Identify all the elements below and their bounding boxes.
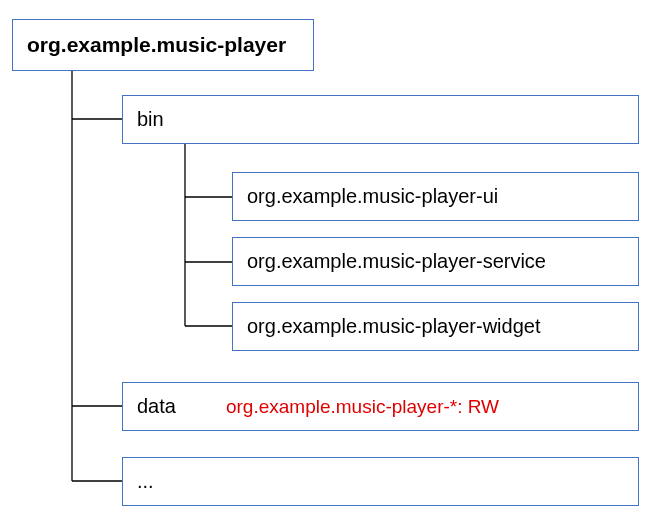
tree-node-data-rule: org.example.music-player-*: RW <box>226 396 499 418</box>
tree-root-label: org.example.music-player <box>27 33 286 57</box>
tree-leaf-label: org.example.music-player-widget <box>247 315 540 338</box>
tree-leaf: org.example.music-player-service <box>232 237 639 286</box>
tree-node-more: ... <box>122 457 639 506</box>
tree-root: org.example.music-player <box>12 19 314 71</box>
tree-leaf-label: org.example.music-player-service <box>247 250 546 273</box>
tree-leaf: org.example.music-player-widget <box>232 302 639 351</box>
tree-node-bin-label: bin <box>137 108 164 131</box>
tree-node-data-label: data <box>137 395 176 418</box>
tree-node-bin: bin <box>122 95 639 144</box>
tree-leaf-label: org.example.music-player-ui <box>247 185 498 208</box>
tree-node-data: data org.example.music-player-*: RW <box>122 382 639 431</box>
tree-node-more-label: ... <box>137 470 154 493</box>
tree-leaf: org.example.music-player-ui <box>232 172 639 221</box>
